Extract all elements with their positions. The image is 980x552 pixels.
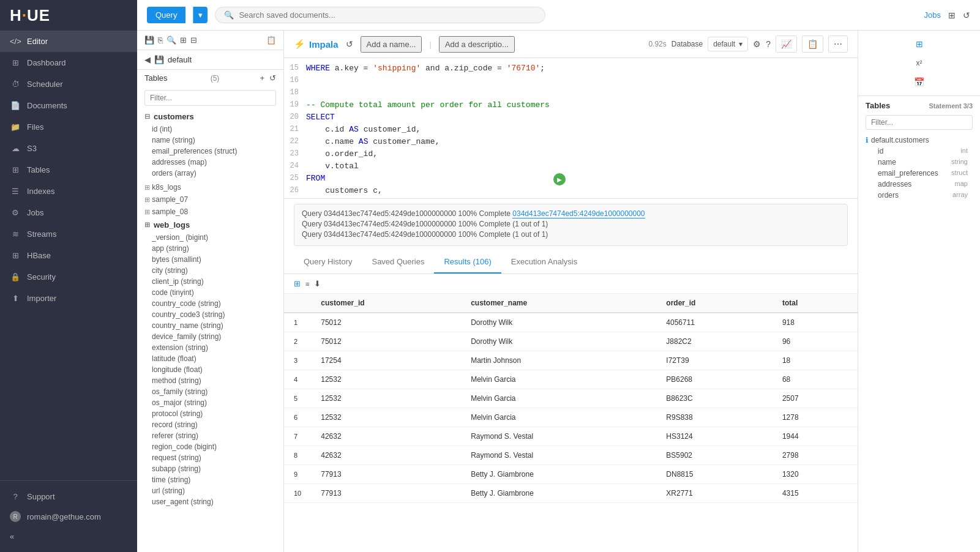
indexes-icon: ☰ xyxy=(10,187,21,196)
right-panel-filter-input[interactable] xyxy=(866,115,973,130)
run-button[interactable]: ▶ xyxy=(553,173,566,185)
grid-icon[interactable]: ⊟ xyxy=(190,35,197,45)
sidebar-item-dashboard[interactable]: ⊞ Dashboard xyxy=(0,52,137,73)
impala-flame-icon: ⚡ xyxy=(294,39,305,50)
add-table-icon[interactable]: + xyxy=(260,73,264,83)
undo-icon[interactable]: ↺ xyxy=(346,39,353,49)
field-id: id (int) xyxy=(152,124,283,135)
cell-total: 1320 xyxy=(772,465,858,484)
table-row: 1 75012 Dorothy Wilk 4056711 918 xyxy=(284,313,858,332)
tables-filter-input[interactable] xyxy=(144,90,276,106)
col-order-id[interactable]: order_id xyxy=(656,294,772,313)
sidebar-item-importer[interactable]: ⬆ Importer xyxy=(0,288,137,309)
results-table-wrap: ⊞ ≡ ⬇ customer_id customer_name order_id… xyxy=(284,274,858,552)
sidebar-item-tables[interactable]: ⊞ Tables xyxy=(0,159,137,181)
table-sample-08[interactable]: ⊞ sample_08 xyxy=(137,206,283,218)
sidebar-item-s3[interactable]: ☁ S3 xyxy=(0,138,137,159)
sidebar-item-label: Scheduler xyxy=(27,80,63,89)
group-icon[interactable]: ⊞ xyxy=(180,35,187,45)
collapse-sidebar[interactable]: « xyxy=(10,527,127,546)
row-view-icon[interactable]: ≡ xyxy=(305,280,309,288)
more-button[interactable]: ⋯ xyxy=(828,35,848,53)
cell-customer-name: Melvin Garcia xyxy=(461,370,656,389)
code-line-19: 19 -- Compute total amount per order for… xyxy=(284,100,858,112)
cell-total: 68 xyxy=(772,370,858,389)
field-name-id: id (int) xyxy=(152,125,172,133)
sidebar-item-streams[interactable]: ≋ Streams xyxy=(0,223,137,245)
sidebar-footer: ? Support R romain@gethue.com « xyxy=(0,480,137,552)
engine-label: Impala xyxy=(309,39,339,50)
cell-customer-name: Betty J. Giambrone xyxy=(461,465,656,484)
sidebar-item-documents[interactable]: 📄 Documents xyxy=(0,95,137,116)
sidebar-item-files[interactable]: 📁 Files xyxy=(0,116,137,138)
topbar-right: Jobs ⊞ ↺ xyxy=(924,10,970,20)
grid-view-icon[interactable]: ⊞ xyxy=(294,279,301,288)
main-area: Query ▾ 🔍 Jobs ⊞ ↺ 💾 ⎘ 🔍 ⊞ ⊟ 📋 xyxy=(137,0,980,552)
sidebar-item-label: Security xyxy=(27,272,56,282)
sidebar-item-jobs[interactable]: ⚙ Jobs xyxy=(0,202,137,223)
add-name-button[interactable]: Add a name... xyxy=(361,36,422,53)
calendar-icon[interactable]: 📅 xyxy=(910,73,928,91)
tables-icon: ⊞ xyxy=(10,165,21,174)
cell-total: 4315 xyxy=(772,484,858,503)
back-icon[interactable]: ◀ xyxy=(144,55,151,64)
status-line-2: Query 034d413ec7474ed5:4249de1000000000 … xyxy=(302,220,840,228)
table-name-customers[interactable]: ⊟ customers xyxy=(137,110,283,124)
col-total[interactable]: total xyxy=(772,294,858,313)
customers-fields: id (int) name (string) email_preferences… xyxy=(137,124,283,179)
add-desc-button[interactable]: Add a descriptio... xyxy=(439,36,515,53)
copy-icon[interactable]: ⎘ xyxy=(158,35,163,45)
field-orders: orders (array) xyxy=(152,168,283,179)
table-row: 5 12532 Melvin Garcia B8623C 2507 xyxy=(284,389,858,408)
row-number: 4 xyxy=(284,370,311,389)
tab-query-history[interactable]: Query History xyxy=(294,251,362,274)
history-icon[interactable]: ↺ xyxy=(963,10,970,20)
list-item: user_agent (string) xyxy=(152,496,283,507)
support-label: Support xyxy=(27,492,55,501)
tab-execution-analysis[interactable]: Execution Analysis xyxy=(501,251,587,274)
table-row: 4 12532 Melvin Garcia PB6268 68 xyxy=(284,370,858,389)
col-customer-name[interactable]: customer_name xyxy=(461,294,656,313)
formula-icon[interactable]: x² xyxy=(913,55,926,71)
col-customer-id[interactable]: customer_id xyxy=(311,294,461,313)
download-icon[interactable]: ⬇ xyxy=(314,279,321,288)
row-number: 3 xyxy=(284,351,311,370)
sidebar-nav: </> Editor ⊞ Dashboard ⏱ Scheduler 📄 Doc… xyxy=(0,31,137,480)
scheduler-icon: ⏱ xyxy=(10,80,21,89)
db-tree-root[interactable]: ℹ default.customers xyxy=(866,135,973,146)
list-item: code (tinyint) xyxy=(152,287,283,298)
query-button[interactable]: Query xyxy=(147,7,185,23)
sidebar-item-label: Files xyxy=(27,122,43,132)
cell-order-id: J882C2 xyxy=(656,332,772,351)
file-upload-icon[interactable]: 📋 xyxy=(266,35,276,45)
query-id-link[interactable]: 034d413ec7474ed5:4249de1000000000 xyxy=(512,209,645,218)
save-button[interactable]: 📋 xyxy=(802,35,823,53)
support-link[interactable]: ? Support xyxy=(10,487,127,506)
tab-saved-queries[interactable]: Saved Queries xyxy=(362,251,434,274)
sidebar-item-security[interactable]: 🔒 Security xyxy=(0,266,137,288)
user-menu[interactable]: R romain@gethue.com xyxy=(10,506,127,527)
code-line-16: 16 xyxy=(284,75,858,88)
table-name-web-logs[interactable]: ⊞ web_logs xyxy=(137,218,283,232)
search-input[interactable] xyxy=(239,10,536,20)
cell-order-id: I72T39 xyxy=(656,351,772,370)
search-tables-icon[interactable]: 🔍 xyxy=(166,35,176,45)
sidebar-item-hbase[interactable]: ⊞ HBase xyxy=(0,245,137,266)
table-icon: ⊞ xyxy=(144,208,150,215)
help-icon[interactable]: ? xyxy=(766,39,771,49)
tab-results[interactable]: Results (106) xyxy=(434,251,501,274)
results-table: customer_id customer_name order_id total… xyxy=(284,294,858,503)
table-sample-07[interactable]: ⊞ sample_07 xyxy=(137,193,283,206)
table-k8s-logs[interactable]: ⊞ k8s_logs xyxy=(137,181,283,193)
settings-icon[interactable]: ⚙ xyxy=(753,39,761,49)
sidebar-item-scheduler[interactable]: ⏱ Scheduler xyxy=(0,73,137,95)
sidebar-item-indexes[interactable]: ☰ Indexes xyxy=(0,181,137,202)
query-dropdown-arrow[interactable]: ▾ xyxy=(193,7,208,23)
db-selector[interactable]: default ▾ xyxy=(708,37,748,51)
chart-button[interactable]: 📈 xyxy=(776,35,797,53)
sidebar-item-editor[interactable]: </> Editor xyxy=(0,31,137,52)
tables-panel-icon[interactable]: ⊞ xyxy=(912,35,927,53)
jobs-label[interactable]: Jobs xyxy=(924,10,941,20)
refresh-icon[interactable]: ↺ xyxy=(269,73,276,83)
code-editor[interactable]: 15 WHERE a.key = 'shipping' and a.zip_co… xyxy=(284,58,858,199)
